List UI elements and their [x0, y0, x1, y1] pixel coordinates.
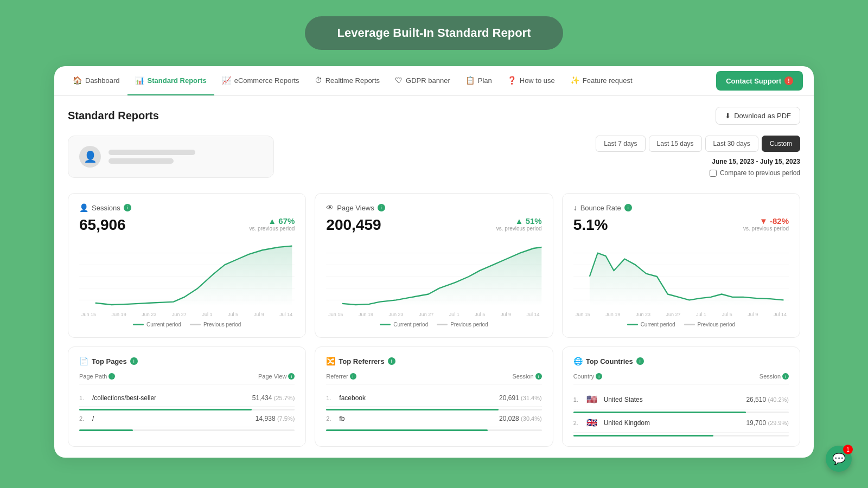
- nav-item-ecommerce-reports[interactable]: 📈 eCommerce Reports: [214, 66, 307, 95]
- bounce-icon: ↓: [573, 203, 577, 212]
- nav-item-standard-reports[interactable]: 📊 Standard Reports: [127, 66, 214, 95]
- chat-bubble-button[interactable]: 💬 1: [826, 446, 852, 472]
- top-countries-label: Top Countries: [586, 357, 633, 365]
- bottom-grid: 📄 Top Pages i Page Path i Page View i: [68, 346, 800, 447]
- pageviews-value: 200,459: [326, 216, 381, 234]
- download-icon: ⬇: [725, 112, 731, 120]
- ecommerce-icon: 📈: [222, 76, 231, 85]
- metrics-grid: 👤 Sessions i 65,906 ▲ 67% vs. previous p…: [68, 193, 800, 338]
- compare-period-row: Compare to previous period: [710, 169, 800, 177]
- sessions-card: 👤 Sessions i 65,906 ▲ 67% vs. previous p…: [68, 193, 306, 338]
- table-row: 1. /collections/best-seller 51,434 (25.7…: [79, 390, 295, 407]
- profile-line-1: [108, 150, 195, 155]
- bounce-label: Bounce Rate: [580, 204, 621, 212]
- flag-gb: 🇬🇧: [586, 418, 597, 428]
- sessions-info[interactable]: i: [124, 204, 131, 211]
- bounce-rate-card: ↓ Bounce Rate i 5.1% ▼ -82% vs. previous…: [562, 193, 800, 338]
- sessions-label: Sessions: [92, 204, 120, 212]
- pageviews-info[interactable]: i: [378, 204, 385, 211]
- table-row: 1. 🇺🇸 United States 26,510 (40.2%): [573, 390, 789, 409]
- pages-icon: 📄: [79, 357, 88, 365]
- nav-item-how-to-use[interactable]: ❓ How to use: [500, 66, 563, 95]
- main-card: 🏠 Dashboard 📊 Standard Reports 📈 eCommer…: [54, 66, 814, 458]
- bounce-chart: [573, 241, 789, 312]
- page-hero-title: Leverage Built-In Standard Report: [305, 16, 564, 50]
- top-referrers-card: 🔀 Top Referrers i Referrer i Session i: [315, 346, 553, 447]
- bounce-change: ▼ -82% vs. previous period: [743, 216, 789, 232]
- table-row: 2. fb 20,028 (30.4%): [326, 410, 541, 427]
- avatar: 👤: [79, 146, 101, 168]
- referrers-icon: 🔀: [326, 357, 335, 365]
- page-views-card: 👁 Page Views i 200,459 ▲ 51% vs. previou…: [315, 193, 553, 338]
- question-icon: ❓: [507, 76, 516, 85]
- bounce-value: 5.1%: [573, 216, 608, 234]
- table-row: 2. / 14,938 (7.5%): [79, 410, 295, 427]
- range-30days-button[interactable]: Last 30 days: [705, 136, 758, 152]
- sparkle-icon: ✨: [570, 76, 579, 85]
- top-pages-col-headers: Page Path i Page View i: [79, 373, 295, 384]
- date-display: June 15, 2023 - July 15, 2023: [712, 156, 800, 166]
- download-pdf-button[interactable]: ⬇ Download as PDF: [716, 107, 800, 125]
- pageviews-change: ▲ 51% vs. previous period: [496, 216, 542, 232]
- top-pages-label: Top Pages: [92, 357, 127, 365]
- page-header: Standard Reports ⬇ Download as PDF: [68, 107, 800, 125]
- page-title: Standard Reports: [68, 110, 159, 122]
- referrer-info[interactable]: i: [350, 373, 356, 380]
- page-path-info[interactable]: i: [108, 373, 115, 380]
- sessions-change: ▲ 67% vs. previous period: [249, 216, 295, 232]
- nav-item-dashboard[interactable]: 🏠 Dashboard: [65, 66, 127, 95]
- countries-icon: 🌐: [573, 357, 583, 365]
- country-session-info[interactable]: i: [782, 373, 789, 380]
- date-range-controls: Last 7 days Last 15 days Last 30 days Cu…: [596, 136, 800, 152]
- sessions-legend: Current period Previous period: [79, 322, 295, 328]
- top-countries-info[interactable]: i: [636, 357, 644, 365]
- nav-bar: 🏠 Dashboard 📊 Standard Reports 📈 eCommer…: [54, 66, 814, 96]
- top-pages-card: 📄 Top Pages i Page Path i Page View i: [68, 346, 306, 447]
- compare-label: Compare to previous period: [720, 169, 800, 177]
- country-info[interactable]: i: [596, 373, 602, 380]
- nav-item-plan[interactable]: 📋 Plan: [458, 66, 500, 95]
- top-countries-card: 🌐 Top Countries i Country i Session i: [562, 346, 800, 447]
- contact-support-button[interactable]: Contact Support !: [716, 71, 803, 91]
- shield-icon: 🛡: [395, 76, 403, 85]
- top-referrers-col-headers: Referrer i Session i: [326, 373, 541, 384]
- compare-checkbox[interactable]: [710, 170, 717, 177]
- chat-badge: 1: [843, 445, 853, 454]
- plan-icon: 📋: [465, 76, 475, 85]
- referrer-session-info[interactable]: i: [535, 373, 542, 380]
- chat-icon: 💬: [832, 452, 846, 465]
- sessions-value: 65,906: [79, 216, 126, 234]
- flag-us: 🇺🇸: [586, 394, 597, 404]
- top-countries-col-headers: Country i Session i: [573, 373, 789, 384]
- home-icon: 🏠: [73, 76, 82, 85]
- sessions-icon: 👤: [79, 203, 88, 212]
- top-pages-info[interactable]: i: [130, 357, 138, 365]
- top-referrers-info[interactable]: i: [388, 357, 395, 365]
- table-row: 1. facebook 20,691 (31.4%): [326, 390, 541, 407]
- pageviews-icon: 👁: [326, 203, 334, 212]
- realtime-icon: ⏱: [315, 76, 322, 85]
- reports-icon: 📊: [135, 76, 144, 85]
- range-7days-button[interactable]: Last 7 days: [596, 136, 645, 152]
- nav-item-gdpr-banner[interactable]: 🛡 GDPR banner: [387, 66, 458, 95]
- bounce-info[interactable]: i: [624, 204, 632, 211]
- nav-item-realtime-reports[interactable]: ⏱ Realtime Reports: [307, 66, 387, 95]
- pageviews-legend: Current period Previous period: [326, 322, 541, 328]
- content-area: Standard Reports ⬇ Download as PDF 👤 Las…: [54, 96, 814, 458]
- page-view-info[interactable]: i: [288, 373, 295, 380]
- sessions-chart: [79, 241, 295, 312]
- nav-item-feature-request[interactable]: ✨ Feature request: [563, 66, 640, 95]
- pageviews-label: Page Views: [337, 204, 374, 212]
- range-custom-button[interactable]: Custom: [762, 136, 800, 152]
- top-referrers-label: Top Referrers: [339, 357, 384, 365]
- table-row: 2. 🇬🇧 United Kingdom 19,700 (29.9%): [573, 413, 789, 433]
- badge-icon: !: [784, 76, 793, 85]
- profile-lines: [108, 150, 195, 164]
- bounce-legend: Current period Previous period: [573, 322, 789, 328]
- pageviews-chart: [326, 241, 541, 312]
- profile-line-2: [108, 158, 174, 164]
- range-15days-button[interactable]: Last 15 days: [649, 136, 702, 152]
